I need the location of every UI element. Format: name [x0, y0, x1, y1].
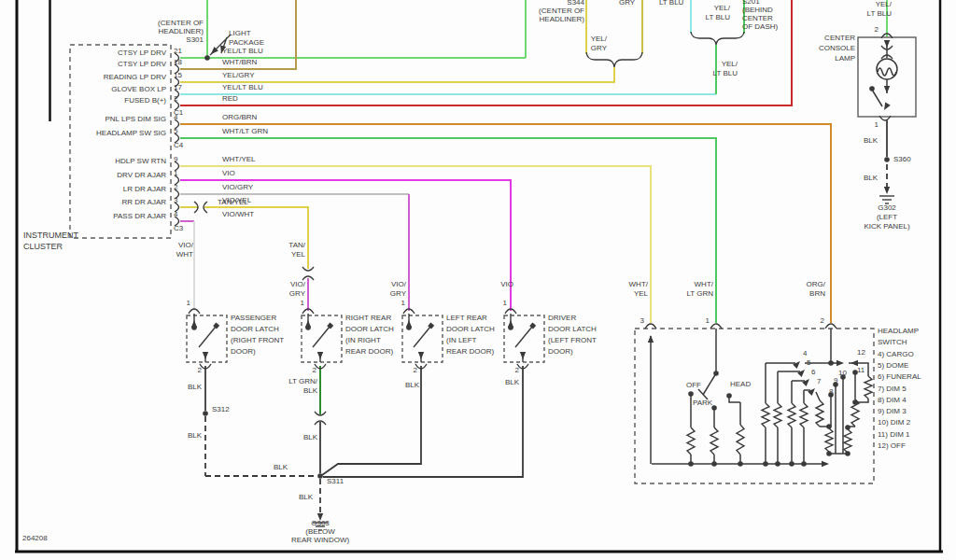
wire_tags-org_brn_lines-1-label: BRN: [809, 289, 825, 298]
door_latches-3-name_lines-0-label: DRIVER: [548, 314, 576, 322]
instrument_cluster-rows-9-pin-label: 2: [174, 183, 177, 191]
headlamp_switch-contact_numbers-1-label: 5: [807, 358, 810, 367]
headlamp_switch-positions-2-label: HEAD: [730, 380, 751, 388]
instrument_cluster-rows-1-wire-label: WHT/BRN: [222, 58, 257, 66]
headlamp_switch-legend_lines-2-label: 4) CARGO: [878, 350, 914, 358]
door_latches-3-name_lines-2-label: (LEFT FRONT: [548, 336, 597, 344]
wire_tags-blk-label: BLK: [505, 378, 519, 386]
headlamp_switch-contact_numbers-4-label: 8: [829, 387, 833, 396]
instrument_cluster-rows-0-wire-label: YEL/LT BLU: [222, 47, 263, 55]
wire_tags-vio_wht_lines-0-label: VIO/: [178, 241, 193, 249]
console_lamp-name_lines-1-label: CONSOLE: [819, 44, 855, 52]
headlamp_switch-legend_lines-9-label: 11) DIM 1: [878, 430, 910, 439]
wire_tags-blk-label: BLK: [303, 433, 317, 441]
instrument_cluster-rows-7-pin-label: 9: [174, 155, 177, 163]
headlamp_switch-legend_lines-4-label: 6) FUNERAL: [878, 372, 921, 381]
instrument_cluster-rows-0-signal-label: CTSY LP DRV: [118, 49, 166, 57]
instrument_cluster-rows-11-wire-label: VIO/WHT: [222, 210, 254, 218]
splices-s360-label: S360: [893, 155, 911, 163]
wire_tags-yel_gry_lines-0-label: YEL/: [591, 35, 607, 43]
headlamp_switch-contact_numbers-6-label: 10: [838, 369, 847, 377]
wire_tags-blk-label: BLK: [405, 381, 419, 389]
headlamp_switch-contact_numbers-7-label: 11: [857, 366, 865, 374]
instrument_cluster-rows-8-wire-label: VIO: [222, 169, 235, 177]
notes-light_package-1-label: PACKAGE: [229, 38, 264, 47]
instrument_cluster-rows-3-signal-label: GLOVE BOX LP: [111, 85, 166, 93]
headlamp_switch-legend_lines-1-label: SWITCH: [878, 338, 907, 346]
door_latches-2-pin_top-label: 1: [401, 299, 405, 307]
wire_tags-yel_lt_blu_lines-1-label: LT BLU: [713, 69, 738, 77]
wire_tags-lt_grn_blk_lines-0-label: LT GRN/: [288, 377, 317, 385]
instrument_cluster-rows-7-wire-label: WHT/YEL: [222, 155, 256, 163]
headlamp_switch-legend_lines-10-label: 12) OFF: [878, 441, 906, 450]
grounds-g302-loc_lines-1-label: KICK PANEL): [864, 222, 909, 231]
instrument_cluster-rows-10-signal-label: RR DR AJAR: [121, 198, 166, 206]
grounds-g302-id-label: G302: [878, 203, 896, 212]
wire_tags-lt_grn_blk_lines-1-label: BLK: [303, 386, 317, 395]
headlamp_switch-positions-1-label: PARK: [693, 399, 712, 407]
instrument_cluster-rows-1-signal-label: CTSY LP DRV: [118, 60, 166, 68]
instrument_cluster-rows-4-wire-label: RED: [222, 94, 238, 103]
door_latches-2-name_lines-1-label: DOOR LATCH: [446, 325, 495, 333]
instrument_cluster-name_lines-0-label: INSTRUMENT: [23, 231, 78, 240]
headlamp_switch-positions-0-label: OFF: [686, 381, 701, 389]
wire_tags-blk-label: BLK: [864, 174, 878, 182]
wire_tags-blk-label: BLK: [188, 383, 202, 391]
wire_tags-vio_gry_lines-0-label: VIO/: [391, 280, 406, 288]
instrument_cluster-rows-2-wire-label: YEL/GRY: [222, 71, 255, 79]
door_latches-2-pin_bottom-label: 2: [414, 366, 417, 374]
door_latches-1-name_lines-1-label: DOOR LATCH: [345, 325, 394, 333]
notes-s344_lines-1-label: (CENTER OF: [539, 7, 584, 15]
notes-center_headliner_s301-0-label: (CENTER OF: [158, 19, 204, 27]
wire_tags-blk-label: BLK: [274, 463, 288, 471]
top_cut-s201_lines-3-label: OF DASH): [742, 22, 778, 31]
instrument_cluster-rows-2-pin-label: 15: [174, 71, 182, 79]
door_latches-3-name_lines-3-label: DOOR): [548, 347, 573, 356]
instrument_cluster-connectors-2-label: C3: [174, 224, 183, 232]
wire_tags-vio_gry_lines-1-label: GRY: [289, 289, 305, 298]
wire_tags-wht_yel_lines-0-label: WHT/: [629, 280, 648, 288]
wire_tags-wht_lt_grn_lines-0-label: WHT/: [695, 280, 713, 288]
wire_tags-blk-label: BLK: [299, 493, 313, 501]
wire_tags-yel_gry_lines-1-label: GRY: [591, 44, 607, 52]
headlamp_switch-legend_lines-7-label: 9) DIM 3: [878, 407, 907, 415]
door_latches-3-pin_bottom-label: 2: [515, 366, 519, 374]
headlamp_switch-contact_numbers-3-label: 7: [817, 377, 821, 385]
door_latches-2-name_lines-2-label: (IN LEFT: [446, 336, 476, 344]
headlamp_switch-contact_numbers-8-label: 12: [857, 348, 865, 357]
headlamp_switch-legend_lines-3-label: 5) DOME: [878, 361, 908, 370]
instrument_cluster-connectors-0-label: C1: [174, 108, 183, 117]
splices-s311-label: S311: [327, 477, 344, 485]
headlamp_switch-legend_lines-8-label: 10) DIM 2: [878, 418, 910, 427]
top_cut-s201_lines-1-label: (BEHIND: [742, 6, 773, 14]
instrument_cluster-rows-7-signal-label: HDLP SW RTN: [115, 157, 166, 165]
door_latches-0-name_lines-0-label: PASSENGER: [231, 314, 276, 322]
instrument_cluster-rows-3-pin-label: 17: [174, 83, 182, 91]
wire_tags-org_brn_lines-0-label: ORG/: [807, 280, 825, 288]
door_latches-0-name_lines-3-label: DOOR): [231, 347, 256, 356]
door_latches-0-pin_bottom-label: 2: [198, 366, 202, 374]
wire_tags-yel_lt_blu_lines-1-label: LT BLU: [867, 9, 892, 18]
door_latches-0-name_lines-1-label: DOOR LATCH: [231, 325, 279, 333]
headlamp_switch-legend_lines-0-label: HEADLAMP: [878, 327, 919, 335]
door_latches-1-name_lines-2-label: (IN RIGHT: [345, 336, 381, 344]
notes-s344_lines-0-label: S344: [567, 0, 584, 7]
grounds-g303-loc_lines-0-label: (BELOW: [305, 527, 335, 536]
splices-s312-label: S312: [212, 405, 230, 413]
door_latches-0-name_lines-2-label: (RIGHT FRONT: [231, 336, 284, 344]
wire_tags-tan_yel_lines-1-label: YEL: [291, 250, 305, 259]
instrument_cluster-rows-2-signal-label: READING LP DRV: [104, 73, 166, 81]
door_latches-1-name_lines-0-label: RIGHT REAR: [345, 314, 391, 322]
instrument_cluster-rows-4-pin-label: 2: [174, 94, 177, 103]
instrument_cluster-rows-11-pin-label: 4: [174, 210, 177, 218]
instrument_cluster-rows-6-signal-label: HEADLAMP SW SIG: [96, 129, 166, 137]
wire_tags-blk-label: BLK: [188, 431, 202, 440]
notes-center_headliner_s301-1-label: HEADLINER): [159, 27, 204, 35]
instrument_cluster-rows-10-wire-label: VIO/YEL: [222, 196, 251, 204]
instrument_cluster-rows-8-signal-label: DRV DR AJAR: [117, 171, 166, 179]
instrument_cluster-rows-1-pin-label: 18: [174, 58, 182, 66]
headlamp_switch-legend_lines-5-label: 7) DIM 5: [878, 385, 907, 393]
grounds-g303-id-label: G303: [311, 519, 330, 527]
instrument_cluster-rows-4-signal-label: FUSED B(+): [124, 96, 166, 105]
console_lamp-pin_top-label: 2: [875, 25, 879, 34]
